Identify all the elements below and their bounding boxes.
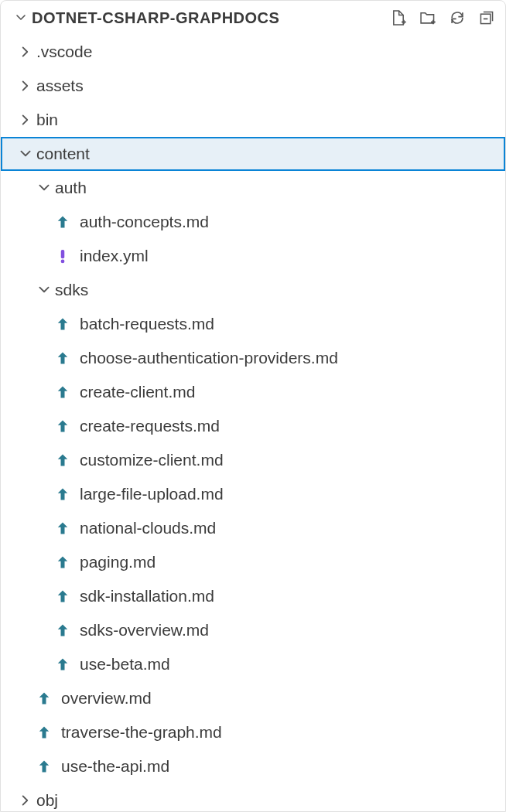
markdown-file-icon [53,315,72,333]
new-file-icon[interactable] [388,7,409,29]
item-label: bin [36,111,58,129]
header-actions [388,7,497,29]
item-label: batch-requests.md [80,315,214,333]
item-label: index.yml [80,247,149,265]
folder-row[interactable]: .vscode [1,35,505,69]
item-label: create-requests.md [80,417,220,435]
item-label: create-client.md [80,383,195,401]
project-title: DOTNET-CSHARP-GRAPHDOCS [32,9,388,27]
markdown-file-icon [53,417,72,435]
item-label: use-beta.md [80,655,170,674]
markdown-file-icon [53,485,72,503]
explorer-header: DOTNET-CSHARP-GRAPHDOCS [1,1,505,35]
file-row[interactable]: paging.md [1,545,505,579]
chevron-right-icon[interactable] [16,77,35,95]
folder-row[interactable]: sdks [1,273,505,307]
file-row[interactable]: create-client.md [1,375,505,409]
new-folder-icon[interactable] [417,7,439,29]
file-row[interactable]: index.yml [1,239,505,273]
item-label: obj [36,791,58,810]
item-label: sdks [55,281,88,299]
folder-row[interactable]: bin [1,103,505,137]
chevron-right-icon[interactable] [16,791,35,810]
file-row[interactable]: use-the-api.md [1,749,505,783]
markdown-file-icon [53,655,72,674]
file-row[interactable]: choose-authentication-providers.md [1,341,505,375]
file-row[interactable]: use-beta.md [1,647,505,681]
chevron-down-icon[interactable] [16,145,35,163]
item-label: paging.md [80,553,156,571]
markdown-file-icon [53,451,72,469]
item-label: auth-concepts.md [80,213,209,231]
chevron-down-icon[interactable] [35,179,53,197]
item-label: overview.md [61,689,152,708]
file-row[interactable]: batch-requests.md [1,307,505,341]
item-label: auth [55,179,87,197]
chevron-down-icon[interactable] [35,281,53,299]
yaml-file-icon [53,247,72,265]
svg-rect-1 [61,250,65,258]
markdown-file-icon [35,689,53,708]
chevron-down-icon[interactable] [13,10,29,26]
markdown-file-icon [53,621,72,640]
item-label: traverse-the-graph.md [61,723,222,742]
item-label: sdk-installation.md [80,587,214,606]
markdown-file-icon [53,383,72,401]
svg-point-2 [61,260,65,264]
item-label: .vscode [36,43,92,61]
file-row[interactable]: traverse-the-graph.md [1,715,505,749]
collapse-all-icon[interactable] [476,7,497,29]
folder-row[interactable]: assets [1,69,505,103]
markdown-file-icon [53,213,72,231]
markdown-file-icon [35,723,53,742]
file-row[interactable]: overview.md [1,681,505,715]
folder-row[interactable]: auth [1,171,505,205]
file-explorer: DOTNET-CSHARP-GRAPHDOCS [1,1,505,811]
folder-row[interactable]: obj [1,783,505,812]
file-row[interactable]: sdks-overview.md [1,613,505,647]
markdown-file-icon [53,587,72,606]
item-label: assets [36,77,84,95]
item-label: large-file-upload.md [80,485,224,503]
item-label: content [36,145,90,163]
markdown-file-icon [35,757,53,776]
item-label: customize-client.md [80,451,224,469]
markdown-file-icon [53,519,72,537]
folder-row[interactable]: content [1,137,505,171]
file-tree: .vscodeassetsbincontentauthauth-concepts… [1,35,505,812]
file-row[interactable]: auth-concepts.md [1,205,505,239]
file-row[interactable]: create-requests.md [1,409,505,443]
chevron-right-icon[interactable] [16,43,35,61]
markdown-file-icon [53,349,72,367]
file-row[interactable]: national-clouds.md [1,511,505,545]
item-label: choose-authentication-providers.md [80,349,338,367]
markdown-file-icon [53,553,72,571]
item-label: national-clouds.md [80,519,216,537]
file-row[interactable]: customize-client.md [1,443,505,477]
item-label: sdks-overview.md [80,621,209,640]
refresh-icon[interactable] [446,7,468,29]
item-label: use-the-api.md [61,757,169,776]
file-row[interactable]: large-file-upload.md [1,477,505,511]
file-row[interactable]: sdk-installation.md [1,579,505,613]
chevron-right-icon[interactable] [16,111,35,129]
